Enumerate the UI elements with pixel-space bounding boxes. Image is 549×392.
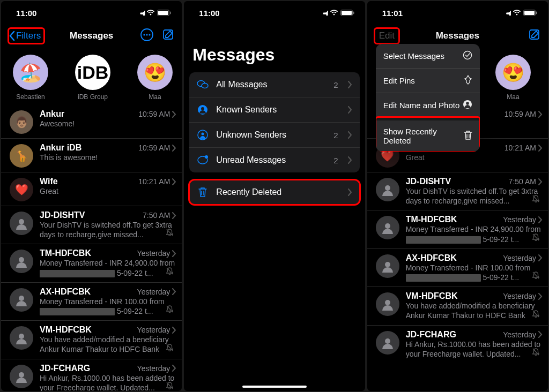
conversation-name: Wife (40, 177, 58, 186)
svg-point-23 (205, 155, 208, 159)
conversation-row[interactable]: 🦒 Ankur iDB 10:59 AM This is awesome! (1, 138, 182, 172)
conversation-time: Yesterday (137, 364, 177, 373)
home-indicator[interactable] (242, 386, 307, 388)
battery-icon (523, 9, 537, 18)
conversation-row[interactable]: AX-HDFCBK Yesterday Money Transferred - … (367, 248, 548, 287)
checkmark-circle-icon (463, 50, 472, 62)
conversation-name: Ankur iDB (40, 143, 81, 153)
chevron-right-icon (348, 81, 352, 88)
conversation-row[interactable]: JD-FCHARG Yesterday Hi Ankur, Rs.1000.00… (367, 325, 548, 363)
conversation-snippet: Money Transferred - INR 100.00 from 5-09… (406, 263, 543, 282)
recently-deleted-section: Recently Deleted (189, 180, 359, 205)
svg-point-30 (385, 262, 390, 267)
filter-label: Unknown Senders (216, 130, 326, 140)
svg-rect-1 (158, 11, 168, 15)
conversation-time: 10:21 AM (138, 177, 176, 186)
battery-icon (340, 9, 354, 18)
conversation-row[interactable]: TM-HDFCBK Yesterday Money Transferred - … (367, 210, 548, 248)
conversation-name: JD-FCHARG (40, 364, 90, 373)
chevron-right-icon (172, 178, 176, 185)
conversation-time: Yesterday (503, 215, 543, 224)
conversation-time: Yesterday (503, 330, 543, 339)
menu-select-messages[interactable]: Select Messages (376, 44, 480, 68)
edit-button[interactable]: Edit (375, 28, 399, 43)
svg-point-33 (463, 51, 471, 59)
messages-large-title: Messages (184, 25, 365, 72)
person-check-icon (197, 104, 209, 116)
conversation-name: TM-HDFCBK (406, 215, 457, 224)
conversation-snippet: Hi Ankur, Rs.1000.00 has been added to y… (40, 373, 176, 391)
conversation-row[interactable]: TM-HDFCBK Yesterday Money Transferred - … (1, 244, 182, 282)
chevron-right-icon (538, 111, 543, 118)
conversation-snippet: Awesome! (40, 119, 176, 129)
chevron-right-icon (538, 293, 543, 300)
conversation-time: Yesterday (503, 292, 543, 300)
mute-icon (532, 310, 539, 320)
conversation-row[interactable]: VM-HDFCBK Yesterday You have added/modif… (367, 287, 548, 325)
filter-known-senders[interactable]: Known Senders (189, 97, 359, 122)
back-filters-button[interactable]: Filters (9, 28, 44, 43)
conversation-snippet: Money Transferred - INR 24,900.00 from 5… (40, 258, 176, 277)
status-bar: 11:00 ••ıl (1, 1, 182, 25)
mute-icon (532, 195, 539, 205)
conversation-row[interactable]: AX-HDFCBK Yesterday Money Transferred - … (1, 282, 182, 320)
wifi-icon (330, 9, 338, 18)
conversation-row[interactable]: 👨🏽 Ankur 10:59 AM Awesome! (1, 105, 182, 138)
conversation-time: 7:50 AM (143, 211, 176, 220)
pinned-label: iDB Group (78, 93, 108, 101)
menu-edit-name-photo[interactable]: Edit Name and Photo (376, 93, 480, 117)
menu-show-recently-deleted[interactable]: Show Recently Deleted (376, 117, 480, 152)
mute-icon (166, 267, 173, 277)
pinned-idb-group[interactable]: iDBiDB Group (74, 55, 112, 101)
filter-recently-deleted[interactable]: Recently Deleted (189, 180, 359, 205)
conversation-row[interactable]: VM-HDFCBK Yesterday You have added/modif… (1, 320, 182, 358)
more-button[interactable] (140, 28, 154, 44)
menu-label: Select Messages (383, 51, 444, 61)
svg-rect-2 (170, 11, 171, 14)
mute-icon (166, 305, 173, 315)
conversation-time: 10:21 AM (505, 144, 543, 152)
conversation-row[interactable]: JD-FCHARG Yesterday Hi Ankur, Rs.1000.00… (1, 359, 182, 391)
battery-icon (157, 9, 171, 18)
pinned-sebastien[interactable]: 🏖️Sebastien (12, 55, 49, 101)
conversation-row[interactable]: JD-DISHTV 7:50 AM Your DishTV is switche… (367, 172, 548, 210)
svg-point-12 (19, 372, 24, 378)
svg-point-9 (19, 257, 24, 262)
svg-point-4 (144, 34, 145, 35)
compose-button[interactable] (162, 29, 174, 43)
person-question-icon (197, 129, 209, 141)
phone-screen-3: 11:01 ••ıl Edit Messages 😍Maa 🦒 Ankur iD… (367, 1, 548, 391)
person-circle-icon (463, 100, 472, 111)
pinned-maa[interactable]: 😍Maa (136, 55, 174, 101)
pinned-label: Maa (149, 93, 161, 101)
conversation-row[interactable]: ❤️ Wife 10:21 AM Great (1, 172, 182, 206)
trash-icon (464, 131, 472, 142)
unread-badge-icon (197, 154, 209, 166)
avatar: 🏖️ (13, 55, 48, 90)
chevron-right-icon (348, 189, 352, 196)
filter-unread-messages[interactable]: Unread Messages 2 (189, 147, 359, 172)
chevron-right-icon (172, 288, 176, 295)
pinned-maa[interactable]: 😍Maa (494, 55, 532, 101)
mute-icon (532, 272, 539, 281)
edit-context-menu: Select Messages Edit Pins Edit Name and … (376, 44, 480, 152)
conversation-snippet: You have added/modified a beneficiary An… (406, 301, 543, 320)
filter-unknown-senders[interactable]: Unknown Senders 2 (189, 122, 359, 147)
status-time: 11:01 (382, 9, 403, 18)
filter-all-messages[interactable]: All Messages 2 (189, 72, 359, 97)
conversation-time: Yesterday (503, 254, 543, 262)
menu-edit-pins[interactable]: Edit Pins (376, 68, 480, 93)
status-right: ••ıl (140, 9, 171, 18)
pinned-label: Sebastien (16, 93, 44, 101)
conversation-snippet: Money Transferred - INR 100.00 from 5-09… (40, 297, 176, 316)
chevron-right-icon (172, 145, 176, 152)
status-time: 11:00 (199, 9, 219, 18)
back-label: Filters (16, 31, 41, 41)
filter-count: 2 (333, 156, 338, 165)
status-right: ••ıl (323, 9, 354, 18)
cellular-icon: ••ıl (140, 9, 144, 17)
compose-button[interactable] (529, 29, 540, 43)
conversation-snippet: Great (406, 153, 543, 162)
avatar: iDB (75, 55, 110, 90)
conversation-row[interactable]: JD-DISHTV 7:50 AM Your DishTV is switche… (1, 206, 182, 244)
